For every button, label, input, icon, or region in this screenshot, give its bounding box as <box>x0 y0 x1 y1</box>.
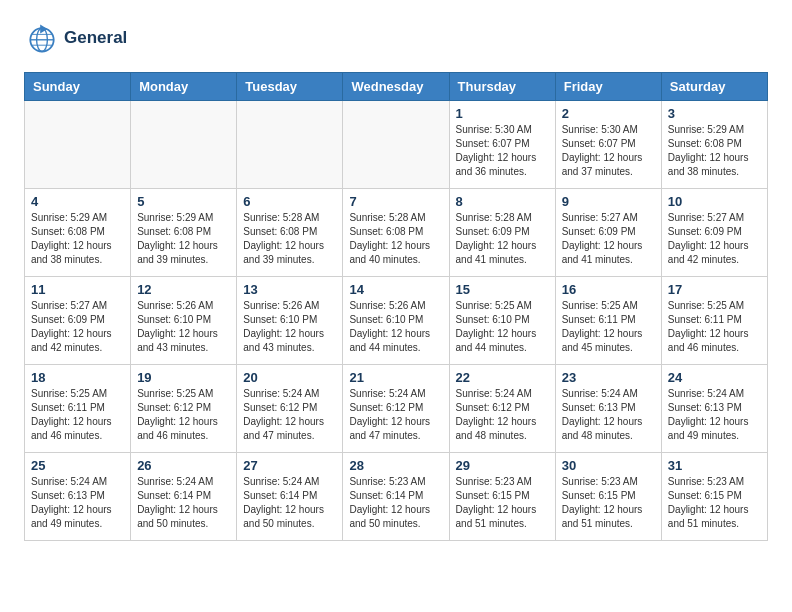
day-cell: 3Sunrise: 5:29 AM Sunset: 6:08 PM Daylig… <box>661 101 767 189</box>
day-info: Sunrise: 5:30 AM Sunset: 6:07 PM Dayligh… <box>456 123 549 179</box>
week-row-1: 1Sunrise: 5:30 AM Sunset: 6:07 PM Daylig… <box>25 101 768 189</box>
day-info: Sunrise: 5:26 AM Sunset: 6:10 PM Dayligh… <box>137 299 230 355</box>
week-row-5: 25Sunrise: 5:24 AM Sunset: 6:13 PM Dayli… <box>25 453 768 541</box>
day-cell: 18Sunrise: 5:25 AM Sunset: 6:11 PM Dayli… <box>25 365 131 453</box>
day-cell: 23Sunrise: 5:24 AM Sunset: 6:13 PM Dayli… <box>555 365 661 453</box>
day-cell: 22Sunrise: 5:24 AM Sunset: 6:12 PM Dayli… <box>449 365 555 453</box>
page: General SundayMondayTuesdayWednesdayThur… <box>0 0 792 561</box>
day-number: 27 <box>243 458 336 473</box>
day-number: 29 <box>456 458 549 473</box>
day-number: 17 <box>668 282 761 297</box>
day-number: 20 <box>243 370 336 385</box>
day-cell: 10Sunrise: 5:27 AM Sunset: 6:09 PM Dayli… <box>661 189 767 277</box>
day-cell: 6Sunrise: 5:28 AM Sunset: 6:08 PM Daylig… <box>237 189 343 277</box>
logo: General <box>24 20 127 56</box>
weekday-header-tuesday: Tuesday <box>237 73 343 101</box>
day-info: Sunrise: 5:23 AM Sunset: 6:15 PM Dayligh… <box>456 475 549 531</box>
day-info: Sunrise: 5:26 AM Sunset: 6:10 PM Dayligh… <box>349 299 442 355</box>
day-info: Sunrise: 5:23 AM Sunset: 6:15 PM Dayligh… <box>668 475 761 531</box>
day-info: Sunrise: 5:28 AM Sunset: 6:08 PM Dayligh… <box>349 211 442 267</box>
day-cell: 7Sunrise: 5:28 AM Sunset: 6:08 PM Daylig… <box>343 189 449 277</box>
day-info: Sunrise: 5:25 AM Sunset: 6:12 PM Dayligh… <box>137 387 230 443</box>
day-number: 11 <box>31 282 124 297</box>
day-number: 9 <box>562 194 655 209</box>
day-cell: 2Sunrise: 5:30 AM Sunset: 6:07 PM Daylig… <box>555 101 661 189</box>
day-info: Sunrise: 5:23 AM Sunset: 6:15 PM Dayligh… <box>562 475 655 531</box>
day-cell: 29Sunrise: 5:23 AM Sunset: 6:15 PM Dayli… <box>449 453 555 541</box>
day-cell: 30Sunrise: 5:23 AM Sunset: 6:15 PM Dayli… <box>555 453 661 541</box>
day-info: Sunrise: 5:28 AM Sunset: 6:09 PM Dayligh… <box>456 211 549 267</box>
weekday-header-row: SundayMondayTuesdayWednesdayThursdayFrid… <box>25 73 768 101</box>
day-info: Sunrise: 5:24 AM Sunset: 6:13 PM Dayligh… <box>562 387 655 443</box>
day-cell: 21Sunrise: 5:24 AM Sunset: 6:12 PM Dayli… <box>343 365 449 453</box>
day-number: 2 <box>562 106 655 121</box>
day-cell: 14Sunrise: 5:26 AM Sunset: 6:10 PM Dayli… <box>343 277 449 365</box>
day-info: Sunrise: 5:27 AM Sunset: 6:09 PM Dayligh… <box>562 211 655 267</box>
week-row-3: 11Sunrise: 5:27 AM Sunset: 6:09 PM Dayli… <box>25 277 768 365</box>
day-number: 30 <box>562 458 655 473</box>
day-info: Sunrise: 5:30 AM Sunset: 6:07 PM Dayligh… <box>562 123 655 179</box>
day-cell: 24Sunrise: 5:24 AM Sunset: 6:13 PM Dayli… <box>661 365 767 453</box>
day-cell: 15Sunrise: 5:25 AM Sunset: 6:10 PM Dayli… <box>449 277 555 365</box>
day-cell: 9Sunrise: 5:27 AM Sunset: 6:09 PM Daylig… <box>555 189 661 277</box>
day-cell: 12Sunrise: 5:26 AM Sunset: 6:10 PM Dayli… <box>131 277 237 365</box>
calendar: SundayMondayTuesdayWednesdayThursdayFrid… <box>24 72 768 541</box>
day-info: Sunrise: 5:26 AM Sunset: 6:10 PM Dayligh… <box>243 299 336 355</box>
day-info: Sunrise: 5:24 AM Sunset: 6:12 PM Dayligh… <box>243 387 336 443</box>
day-cell <box>131 101 237 189</box>
day-cell: 11Sunrise: 5:27 AM Sunset: 6:09 PM Dayli… <box>25 277 131 365</box>
day-number: 21 <box>349 370 442 385</box>
day-info: Sunrise: 5:23 AM Sunset: 6:14 PM Dayligh… <box>349 475 442 531</box>
day-number: 25 <box>31 458 124 473</box>
day-info: Sunrise: 5:25 AM Sunset: 6:11 PM Dayligh… <box>31 387 124 443</box>
day-info: Sunrise: 5:25 AM Sunset: 6:11 PM Dayligh… <box>562 299 655 355</box>
day-info: Sunrise: 5:27 AM Sunset: 6:09 PM Dayligh… <box>668 211 761 267</box>
day-number: 18 <box>31 370 124 385</box>
day-number: 1 <box>456 106 549 121</box>
weekday-header-saturday: Saturday <box>661 73 767 101</box>
day-number: 31 <box>668 458 761 473</box>
day-info: Sunrise: 5:29 AM Sunset: 6:08 PM Dayligh… <box>668 123 761 179</box>
day-number: 13 <box>243 282 336 297</box>
day-cell: 5Sunrise: 5:29 AM Sunset: 6:08 PM Daylig… <box>131 189 237 277</box>
day-number: 4 <box>31 194 124 209</box>
day-info: Sunrise: 5:27 AM Sunset: 6:09 PM Dayligh… <box>31 299 124 355</box>
day-number: 15 <box>456 282 549 297</box>
weekday-header-wednesday: Wednesday <box>343 73 449 101</box>
day-cell: 31Sunrise: 5:23 AM Sunset: 6:15 PM Dayli… <box>661 453 767 541</box>
day-info: Sunrise: 5:25 AM Sunset: 6:11 PM Dayligh… <box>668 299 761 355</box>
day-number: 24 <box>668 370 761 385</box>
day-info: Sunrise: 5:28 AM Sunset: 6:08 PM Dayligh… <box>243 211 336 267</box>
day-cell: 13Sunrise: 5:26 AM Sunset: 6:10 PM Dayli… <box>237 277 343 365</box>
header: General <box>24 20 768 56</box>
day-info: Sunrise: 5:24 AM Sunset: 6:14 PM Dayligh… <box>137 475 230 531</box>
day-cell: 27Sunrise: 5:24 AM Sunset: 6:14 PM Dayli… <box>237 453 343 541</box>
weekday-header-friday: Friday <box>555 73 661 101</box>
day-cell: 1Sunrise: 5:30 AM Sunset: 6:07 PM Daylig… <box>449 101 555 189</box>
week-row-4: 18Sunrise: 5:25 AM Sunset: 6:11 PM Dayli… <box>25 365 768 453</box>
day-number: 26 <box>137 458 230 473</box>
day-number: 5 <box>137 194 230 209</box>
day-cell: 25Sunrise: 5:24 AM Sunset: 6:13 PM Dayli… <box>25 453 131 541</box>
day-number: 16 <box>562 282 655 297</box>
weekday-header-monday: Monday <box>131 73 237 101</box>
day-number: 22 <box>456 370 549 385</box>
day-number: 14 <box>349 282 442 297</box>
day-number: 8 <box>456 194 549 209</box>
day-number: 12 <box>137 282 230 297</box>
day-info: Sunrise: 5:25 AM Sunset: 6:10 PM Dayligh… <box>456 299 549 355</box>
day-number: 10 <box>668 194 761 209</box>
day-info: Sunrise: 5:24 AM Sunset: 6:12 PM Dayligh… <box>349 387 442 443</box>
day-info: Sunrise: 5:24 AM Sunset: 6:13 PM Dayligh… <box>668 387 761 443</box>
day-cell <box>25 101 131 189</box>
day-cell: 8Sunrise: 5:28 AM Sunset: 6:09 PM Daylig… <box>449 189 555 277</box>
day-number: 19 <box>137 370 230 385</box>
day-info: Sunrise: 5:24 AM Sunset: 6:14 PM Dayligh… <box>243 475 336 531</box>
day-number: 28 <box>349 458 442 473</box>
logo-icon <box>24 20 60 56</box>
day-cell <box>343 101 449 189</box>
day-info: Sunrise: 5:24 AM Sunset: 6:13 PM Dayligh… <box>31 475 124 531</box>
day-number: 7 <box>349 194 442 209</box>
day-info: Sunrise: 5:29 AM Sunset: 6:08 PM Dayligh… <box>31 211 124 267</box>
day-cell: 28Sunrise: 5:23 AM Sunset: 6:14 PM Dayli… <box>343 453 449 541</box>
